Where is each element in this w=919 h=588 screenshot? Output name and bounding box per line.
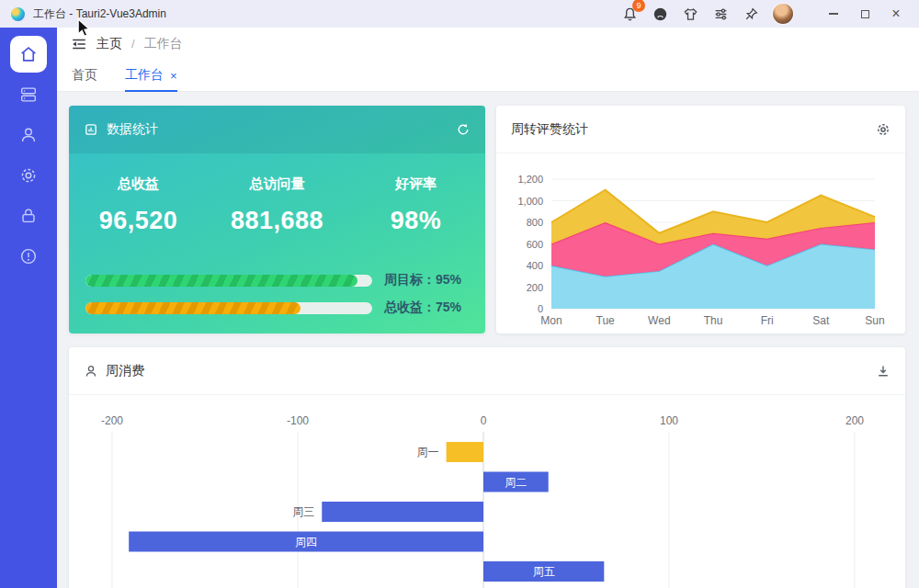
bar-周一[interactable] [447,442,483,462]
maximize-icon [861,10,869,18]
progress-label: 周目标：95% [384,272,461,288]
svg-text:100: 100 [660,414,678,427]
stats-card-header: 数据统计 [69,106,485,153]
svg-text:Tue: Tue [596,314,616,327]
praise-chart-card: 周转评赞统计 02004006008001,0001,200MonTueWedT… [496,106,905,334]
tab-home[interactable]: 首页 [72,60,97,91]
bar-周三[interactable] [322,502,483,522]
sidebar [0,28,57,588]
collapse-menu-button[interactable] [71,36,87,52]
lock-icon [18,206,39,226]
sidebar-item-home[interactable] [10,36,47,73]
stat-praise-rate: 好评率 98% [346,175,485,235]
window-title: 工作台 - Tauri2-Vue3Admin [33,6,166,22]
notifications-button[interactable]: 9 [621,6,638,22]
theme-button[interactable] [682,6,698,22]
refresh-button[interactable] [456,122,471,137]
sidebar-item-settings[interactable] [10,157,47,194]
main-content: 数据统计 总收益 96,520 总访问量 881,688 好评率 98% [57,92,919,588]
header-bar: 主页 / 工作台 [57,28,919,60]
progress-fill-green [85,275,357,287]
tab-workbench[interactable]: 工作台 × [125,60,177,91]
github-button[interactable] [652,6,668,22]
svg-text:200: 200 [527,282,543,293]
svg-text:周一: 周一 [417,446,439,458]
pin-icon [743,6,759,22]
tab-close-icon[interactable]: × [170,69,177,83]
svg-text:200: 200 [845,414,864,427]
svg-text:Wed: Wed [648,314,670,327]
alert-circle-icon [18,246,39,266]
svg-text:Thu: Thu [704,314,723,327]
tab-home-label: 首页 [72,67,97,84]
close-button[interactable]: × [880,1,912,27]
github-icon [652,6,668,22]
theme-shirt-icon [683,6,698,22]
sidebar-item-error[interactable] [10,238,47,275]
chart-settings-button[interactable] [876,122,891,137]
minimize-icon [829,13,838,15]
user-icon [18,125,39,145]
svg-text:周三: 周三 [292,505,314,518]
close-icon: × [891,6,900,21]
consume-bar-chart[interactable]: -200-1000100200周一周二周三周四周五 [69,397,905,588]
notification-badge: 9 [632,0,645,12]
svg-text:400: 400 [527,260,543,271]
stats-row: 总收益 96,520 总访问量 881,688 好评率 98% [69,175,485,235]
consume-card-title: 周消费 [106,363,144,379]
stat-label: 好评率 [346,175,485,193]
svg-text:Sat: Sat [812,314,830,327]
titlebar-actions: 9 [621,1,912,27]
window-controls: × [818,1,912,27]
maximize-button[interactable] [849,1,880,27]
praise-area-chart[interactable]: 02004006008001,0001,200MonTueWedThuFriSa… [496,153,905,334]
tab-bar: 首页 工作台 × [57,60,919,92]
progress-rows: 周目标：95% 总收益：75% [69,272,485,316]
home-icon [18,44,39,64]
sidebar-item-storage[interactable] [10,76,47,113]
consume-chart-card: 周消费 -200-1000100200周一周二周三周四周五 [69,347,905,588]
stats-card: 数据统计 总收益 96,520 总访问量 881,688 好评率 98% [69,106,485,334]
avatar[interactable] [773,4,793,24]
sliders-icon [713,6,729,22]
svg-text:1,000: 1,000 [517,196,543,207]
praise-card-header: 周转评赞统计 [496,106,905,153]
progress-track [85,302,372,314]
refresh-icon [456,122,471,137]
svg-text:800: 800 [527,217,543,228]
tab-workbench-label: 工作台 [125,67,164,84]
titlebar: 工作台 - Tauri2-Vue3Admin 9 [0,0,919,28]
breadcrumb-home[interactable]: 主页 [96,36,122,52]
stat-value: 98% [346,207,485,235]
progress-fill-orange [85,302,301,314]
storage-icon [18,85,39,105]
layout-settings-button[interactable] [712,6,729,22]
gear-icon [18,165,39,186]
pin-button[interactable] [743,6,759,22]
sidebar-item-user[interactable] [10,117,47,153]
progress-track [85,275,372,287]
stat-value: 881,688 [208,207,346,235]
breadcrumb-separator: / [131,37,135,51]
stat-visits: 总访问量 881,688 [208,175,346,235]
svg-text:周五: 周五 [533,565,555,578]
svg-text:Sun: Sun [865,314,884,327]
praise-card-title: 周转评赞统计 [511,121,588,138]
svg-text:Fri: Fri [761,314,774,327]
svg-text:Mon: Mon [540,314,562,327]
svg-text:0: 0 [538,303,543,314]
download-button[interactable] [876,364,891,379]
svg-text:600: 600 [527,239,543,250]
stat-label: 总访问量 [208,175,346,193]
svg-text:周二: 周二 [505,476,527,489]
stat-revenue: 总收益 96,520 [69,175,208,235]
stats-icon [84,122,98,137]
person-icon [84,364,98,379]
sidebar-item-lock[interactable] [10,198,47,234]
stat-label: 总收益 [69,175,208,193]
svg-text:周四: 周四 [295,536,317,548]
svg-text:-200: -200 [101,414,123,427]
minimize-button[interactable] [818,1,849,27]
svg-text:0: 0 [481,414,487,427]
svg-text:1,200: 1,200 [517,174,543,185]
